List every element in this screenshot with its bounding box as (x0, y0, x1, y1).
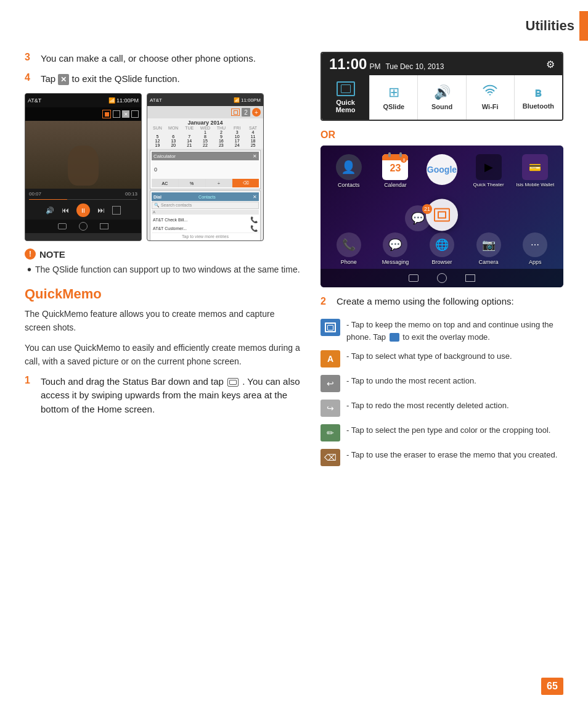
pause-btn[interactable]: ⏸ (76, 203, 90, 217)
note-bullet-1: • The QSlide function can support up to … (27, 263, 302, 276)
app-quicktheater[interactable]: ▶ Quick Theater (467, 154, 511, 188)
time-labels: 00:07 00:13 (29, 191, 137, 197)
step-4-number: 4 (25, 72, 36, 86)
video-subject (68, 146, 99, 186)
contacts-alpha: A (152, 210, 259, 215)
next-btn[interactable]: ⏭ (95, 204, 107, 216)
note-body: • The QSlide function can support up to … (25, 263, 302, 276)
dock-browser-label: Browser (431, 259, 452, 265)
dock-camera[interactable]: 📷 Camera (467, 232, 511, 265)
section-title-quickmemo: QuickMemo (25, 286, 302, 302)
dock-browser[interactable]: 🌐 Browser (420, 232, 464, 265)
calc-btn-del[interactable]: ⌫ (232, 179, 259, 187)
note-box: ! NOTE • The QSlide function can support… (25, 248, 302, 276)
app-wallet[interactable]: 💳 Isis Mobile Wallet (513, 154, 557, 188)
keep-top-text: - Tap to keep the memo on top and and co… (346, 319, 563, 343)
back-nav[interactable] (58, 223, 67, 229)
ss2-btn2[interactable]: 2 (242, 108, 250, 117)
screenshot-calendar: AT&T 📶 11:00PM 2 + January 2014 (147, 93, 264, 241)
volume-icon[interactable]: 🔊 (46, 207, 54, 215)
app-calendar[interactable]: 23 8 Calendar (374, 154, 418, 188)
qs-bluetooth[interactable]: ʙ Bluetooth (515, 75, 562, 120)
memo-option-redo: ↪ - Tap to redo the most recently delete… (321, 400, 563, 417)
dock-phone[interactable]: 📞 Phone (327, 232, 371, 265)
qs-status-bar: 11:00 PM Tue Dec 10, 2013 ⚙ (322, 53, 562, 75)
or-label: OR (321, 129, 563, 141)
ss2-qslide-icon[interactable] (231, 109, 240, 116)
step-3: 3 You can make a call, or choose other p… (25, 52, 302, 66)
contacts-close[interactable]: ✕ (253, 194, 257, 200)
view-more[interactable]: Tap to view more entries (152, 232, 259, 240)
qs-wifi[interactable]: Wi-Fi (467, 75, 515, 120)
calc-btn-pct[interactable]: % (179, 179, 205, 187)
calc-title: Calculator (153, 154, 176, 159)
quicktheater-label: Quick Theater (473, 182, 504, 187)
qs-quick-memo-label: QuickMemo (336, 99, 356, 113)
qslide-close[interactable]: ✕ (122, 110, 129, 118)
qslide-icon-3[interactable] (131, 110, 139, 118)
screenshots-row: AT&T 📶 11:00PM ✕ (25, 93, 302, 241)
dock-messaging[interactable]: 💬 Messaging (374, 232, 418, 265)
calendar-badge: 8 (401, 157, 407, 163)
ss2-calendar-header: January 2014 SUN MON TUE WED THU FRI SAT (147, 118, 263, 149)
search-contacts[interactable]: 🔍 Search contacts (152, 202, 259, 209)
contact-1[interactable]: AT&T Check Bill... 📞 (152, 215, 259, 224)
calendar-icon: 23 8 (382, 154, 408, 180)
menu-nav[interactable] (100, 223, 108, 229)
contacts-label: Contacts (338, 182, 360, 188)
page-header: Utilities (0, 0, 588, 46)
calc-btn-ac[interactable]: AC (152, 179, 178, 187)
quick-memo-icon-inner (341, 84, 351, 93)
qslide-icon-1[interactable] (102, 110, 111, 118)
header-accent-bar (579, 11, 588, 41)
hs-menu[interactable] (465, 274, 475, 282)
qs-bluetooth-label: Bluetooth (523, 102, 554, 110)
step-4: 4 Tap ✕ to exit the QSlide function. (25, 72, 302, 86)
fullscreen-btn[interactable] (112, 206, 121, 215)
calc-btn-div[interactable]: ÷ (206, 179, 232, 187)
step-2-title: Create a memo using the following option… (337, 296, 514, 306)
apps-icon-dock: ⋯ (523, 232, 547, 257)
qslide-fab-icon (434, 208, 450, 221)
step-2: 2 Create a memo using the following opti… (321, 296, 563, 313)
wallet-label: Isis Mobile Wallet (516, 182, 554, 187)
quick-settings-bar: 11:00 PM Tue Dec 10, 2013 ⚙ QuickMemo ⊞ (321, 52, 563, 121)
memo-option-pen: ✏ - Tap to select the pen type and color… (321, 424, 563, 441)
undo-text: - Tap to undo the most recent action. (346, 375, 476, 387)
qs-icons-row: QuickMemo ⊞ QSlide 🔊 Sound (322, 75, 562, 120)
qs-quick-memo[interactable]: QuickMemo (322, 75, 370, 120)
ss2-add[interactable]: + (252, 108, 261, 117)
contacts-header: Dial Contacts ✕ (152, 192, 259, 201)
app-google[interactable]: Google (420, 154, 464, 188)
qslide-icon-2[interactable] (113, 110, 120, 118)
cal-row4: 19 20 21 22 23 24 25 (150, 143, 261, 147)
qslide-fab-icon-inner (438, 211, 446, 218)
hs-back[interactable] (409, 274, 419, 282)
calendar-label: Calendar (384, 182, 407, 188)
qs-wifi-label: Wi-Fi (482, 103, 499, 110)
progress-bar[interactable] (29, 199, 137, 200)
hs-home[interactable] (437, 273, 447, 283)
main-content: 3 You can make a call, or choose other p… (0, 46, 588, 486)
quickmemo-desc2: You can use QuickMemo to easily and effi… (25, 341, 302, 369)
google-icon: Google (427, 154, 457, 185)
prev-btn[interactable]: ⏮ (59, 204, 71, 216)
app-contacts[interactable]: 👤 Contacts (327, 154, 371, 188)
bg-select-icon: A (321, 350, 340, 367)
homescreen-screenshot: 👤 Contacts 23 8 Calendar Googl (321, 146, 563, 287)
quick-memo-icon (337, 81, 355, 96)
message-icon-hs[interactable]: 💬 21 (405, 205, 431, 231)
app-dock: 📞 Phone 💬 Messaging 🌐 Browser 📷 Camera ⋯ (321, 230, 563, 268)
calc-close[interactable]: ✕ (253, 154, 257, 159)
home-nav[interactable] (79, 222, 88, 231)
qs-sound[interactable]: 🔊 Sound (418, 75, 466, 120)
contact-2[interactable]: AT&T Customer... 📞 (152, 224, 259, 232)
settings-gear-icon[interactable]: ⚙ (546, 59, 555, 70)
x-icon: ✕ (58, 74, 69, 85)
qs-qslide[interactable]: ⊞ QSlide (370, 75, 418, 120)
dock-apps[interactable]: ⋯ Apps (513, 232, 557, 265)
keep-top-inline-icon (390, 333, 399, 342)
cal-headers: SUN MON TUE WED THU FRI SAT (150, 126, 261, 130)
contact-3[interactable]: AT&T Directory... 📞 (152, 240, 259, 241)
browser-icon-dock: 🌐 (430, 232, 454, 257)
